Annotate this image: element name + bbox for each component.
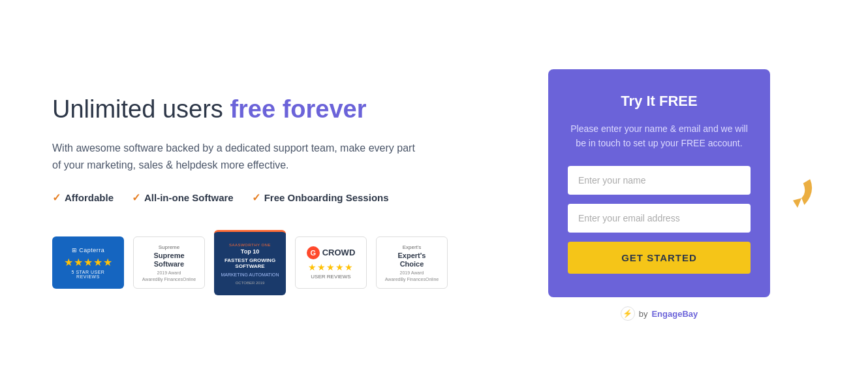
arrow-svg <box>770 176 816 208</box>
right-section: Try It FREE Please enter your name & ema… <box>548 69 770 321</box>
badge-capterra: ⊞ Capterra ★★★★★ 5 STAR USER REVIEWS <box>52 236 124 289</box>
supreme-top: Supreme <box>159 244 179 250</box>
experts-sub2: AwaredBy FinancesOnline <box>385 277 439 282</box>
crowd-text: CROWD <box>322 248 356 257</box>
page-container: Unlimited users free forever With awesom… <box>0 0 868 390</box>
capterra-title: ⊞ Capterra <box>72 247 105 253</box>
badge-gcrowd: G CROWD ★★★★★ USER REVIEWS <box>295 236 367 289</box>
main-heading: Unlimited users free forever <box>52 95 509 125</box>
saasworthy-category: FASTEST GROWING SOFTWARE <box>221 257 279 270</box>
feature-onboarding: ✓ Free Onboarding Sessions <box>252 191 389 204</box>
badges-row: ⊞ Capterra ★★★★★ 5 STAR USER REVIEWS Sup… <box>52 230 509 295</box>
feature-label-affordable: Affordable <box>65 192 114 203</box>
feature-allinone: ✓ All-in-one Software <box>132 191 234 204</box>
capterra-sub: 5 STAR USER REVIEWS <box>60 270 116 279</box>
experts-main: Expert'sChoice <box>398 252 426 268</box>
arrow-decoration <box>770 176 816 211</box>
feature-label-onboarding: Free Onboarding Sessions <box>264 192 389 203</box>
engagebay-link[interactable]: EngageBay <box>651 309 698 319</box>
badge-supreme: Supreme SupremeSoftware 2019 Award Aware… <box>133 236 205 289</box>
crowd-sub: USER REVIEWS <box>311 274 350 280</box>
heading-highlight: free forever <box>230 95 366 123</box>
feature-affordable: ✓ Affordable <box>52 191 114 204</box>
description-text: With awesome software backed by a dedica… <box>52 140 418 173</box>
capterra-stars: ★★★★★ <box>64 256 113 268</box>
badge-saasworthy: SaasWorthy ONE Top 10 FASTEST GROWING SO… <box>214 230 286 295</box>
experts-sub: 2019 Award <box>400 270 424 275</box>
form-card-title: Try It FREE <box>568 93 751 110</box>
supreme-sub2: AwaredBy FinancesOnline <box>142 277 196 282</box>
check-icon-allinone: ✓ <box>132 191 140 204</box>
crowd-stars: ★★★★★ <box>308 262 354 272</box>
features-list: ✓ Affordable ✓ All-in-one Software ✓ Fre… <box>52 191 509 204</box>
crowd-header: G CROWD <box>307 246 356 259</box>
g-logo: G <box>307 246 320 259</box>
left-section: Unlimited users free forever With awesom… <box>52 95 509 296</box>
powered-by-prefix: by <box>639 309 648 319</box>
heading-prefix: Unlimited users <box>52 95 230 123</box>
saasworthy-date: OCTOBER 2019 <box>236 281 265 285</box>
experts-top: Expert's <box>403 244 422 250</box>
supreme-main: SupremeSoftware <box>153 252 184 268</box>
badge-experts: Expert's Expert'sChoice 2019 Award Aware… <box>376 236 448 289</box>
check-icon-affordable: ✓ <box>52 191 61 204</box>
saasworthy-sub: MARKETING AUTOMATION <box>221 272 279 277</box>
email-input[interactable] <box>568 204 751 233</box>
saasworthy-rank: Top 10 <box>241 248 259 255</box>
check-icon-onboarding: ✓ <box>252 191 260 204</box>
saasworthy-top: SaasWorthy ONE <box>229 243 271 247</box>
form-card: Try It FREE Please enter your name & ema… <box>548 69 770 298</box>
feature-label-allinone: All-in-one Software <box>144 192 234 203</box>
name-input[interactable] <box>568 166 751 195</box>
get-started-button[interactable]: GET STARTED <box>568 242 751 274</box>
lightning-icon: ⚡ <box>621 306 635 321</box>
form-card-description: Please enter your name & email and we wi… <box>568 122 751 151</box>
powered-by: ⚡ by EngageBay <box>621 306 698 321</box>
supreme-sub: 2019 Award <box>157 270 181 275</box>
